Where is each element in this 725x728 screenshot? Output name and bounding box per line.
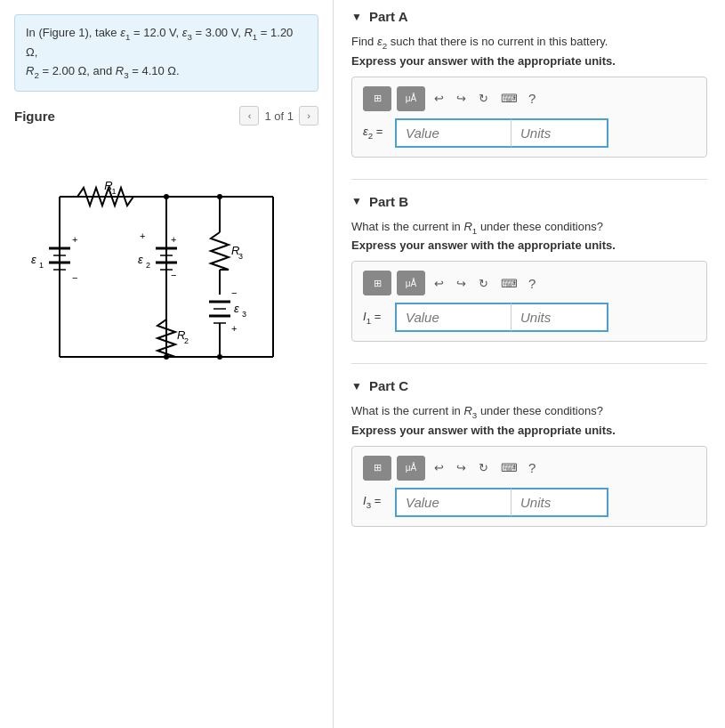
svg-text:+: + (231, 323, 237, 334)
svg-text:2: 2 (146, 261, 150, 270)
part-c-input-row: I3 = (363, 488, 696, 517)
figure-header: Figure ‹ 1 of 1 › (14, 106, 318, 125)
part-a-matrix-button[interactable]: ⊞ (363, 86, 391, 111)
left-panel: In (Figure 1), take ε1 = 12.0 V, ε3 = 3.… (0, 0, 334, 728)
part-c-units-input[interactable] (511, 488, 608, 517)
svg-text:1: 1 (111, 187, 116, 196)
part-b-units-input[interactable] (511, 303, 608, 332)
part-a-undo-icon[interactable]: ↩ (431, 90, 447, 107)
svg-point-41 (164, 194, 169, 199)
part-c-label: Part C (369, 378, 408, 393)
part-a-label: Part A (369, 9, 408, 24)
figure-next-button[interactable]: › (299, 106, 318, 125)
part-b-unit-button[interactable]: μÅ (397, 271, 425, 295)
svg-text:+: + (140, 231, 145, 241)
part-b-value-input[interactable] (395, 303, 511, 332)
part-b-header[interactable]: ▼ Part B (351, 194, 707, 209)
svg-text:−: − (231, 287, 237, 298)
part-b-matrix-button[interactable]: ⊞ (363, 271, 391, 295)
svg-text:−: − (171, 270, 176, 280)
part-c-undo-icon[interactable]: ↩ (431, 459, 447, 476)
part-a-question: Find ε2 such that there is no current in… (351, 35, 707, 51)
part-c-input-label: I3 = (363, 494, 390, 510)
divider-bc (351, 363, 707, 364)
part-c-matrix-button[interactable]: ⊞ (363, 456, 391, 481)
circuit-diagram: R 1 ε 2 + (14, 134, 318, 419)
svg-point-43 (217, 194, 222, 199)
part-b-section: ▼ Part B What is the current in R1 under… (351, 194, 707, 343)
part-b-help-icon[interactable]: ? (528, 276, 536, 291)
svg-text:2: 2 (184, 336, 189, 345)
figure-nav: ‹ 1 of 1 › (239, 106, 318, 125)
part-a-keyboard-icon[interactable]: ⌨ (497, 90, 521, 107)
figure-prev-button[interactable]: ‹ (239, 106, 259, 125)
part-a-instruction: Express your answer with the appropriate… (351, 54, 707, 68)
svg-point-44 (217, 354, 222, 360)
divider-ab (351, 179, 707, 180)
part-c-toolbar: ⊞ μÅ ↩ ↪ ↻ ⌨ ? (363, 456, 696, 481)
svg-text:3: 3 (238, 252, 243, 261)
part-b-label: Part B (369, 194, 408, 209)
part-c-section: ▼ Part C What is the current in R3 under… (351, 378, 707, 527)
part-a-redo-icon[interactable]: ↪ (453, 90, 470, 107)
right-panel: ▼ Part A Find ε2 such that there is no c… (334, 0, 725, 728)
svg-text:−: − (72, 272, 77, 283)
part-b-input-row: I1 = (363, 303, 696, 332)
part-b-collapse-arrow: ▼ (351, 195, 362, 207)
part-b-keyboard-icon[interactable]: ⌨ (497, 275, 521, 292)
part-b-answer-box: ⊞ μÅ ↩ ↪ ↻ ⌨ ? I1 = (351, 261, 707, 342)
part-b-redo-icon[interactable]: ↪ (453, 275, 470, 292)
svg-text:ε: ε (234, 302, 239, 315)
part-c-unit-button[interactable]: μÅ (397, 456, 425, 481)
part-a-input-label: ε2 = (363, 125, 390, 141)
part-a-help-icon[interactable]: ? (528, 91, 536, 106)
svg-point-42 (164, 354, 169, 360)
svg-text:3: 3 (242, 310, 246, 319)
svg-text:1: 1 (39, 261, 44, 270)
part-b-refresh-icon[interactable]: ↻ (475, 275, 492, 292)
part-c-help-icon[interactable]: ? (528, 460, 536, 475)
svg-text:ε: ε (138, 253, 143, 266)
part-c-instruction: Express your answer with the appropriate… (351, 424, 707, 437)
part-a-section: ▼ Part A Find ε2 such that there is no c… (351, 9, 707, 158)
figure-title: Figure (14, 109, 55, 124)
part-c-collapse-arrow: ▼ (351, 380, 362, 392)
part-a-input-row: ε2 = (363, 118, 696, 148)
part-a-unit-button[interactable]: μÅ (397, 86, 425, 111)
part-b-instruction: Express your answer with the appropriate… (351, 239, 707, 252)
part-a-collapse-arrow: ▼ (351, 11, 362, 23)
svg-text:+: + (171, 234, 176, 245)
part-c-question: What is the current in R3 under these co… (351, 404, 707, 420)
circuit-svg: R 1 ε 2 + (24, 143, 309, 410)
problem-statement: In (Figure 1), take ε1 = 12.0 V, ε3 = 3.… (14, 14, 318, 92)
part-a-header[interactable]: ▼ Part A (351, 9, 707, 24)
part-a-toolbar: ⊞ μÅ ↩ ↪ ↻ ⌨ ? (363, 86, 696, 111)
part-b-input-label: I1 = (363, 310, 390, 326)
part-b-question: What is the current in R1 under these co… (351, 220, 707, 236)
part-c-refresh-icon[interactable]: ↻ (475, 459, 492, 476)
part-c-header[interactable]: ▼ Part C (351, 378, 707, 393)
part-c-keyboard-icon[interactable]: ⌨ (497, 459, 521, 476)
part-a-answer-box: ⊞ μÅ ↩ ↪ ↻ ⌨ ? ε2 = (351, 77, 707, 158)
part-a-value-input[interactable] (395, 118, 511, 148)
part-b-toolbar: ⊞ μÅ ↩ ↪ ↻ ⌨ ? (363, 271, 696, 295)
svg-text:+: + (72, 234, 77, 245)
figure-page-indicator: 1 of 1 (264, 109, 294, 123)
part-a-refresh-icon[interactable]: ↻ (475, 90, 492, 107)
part-a-units-input[interactable] (511, 118, 608, 148)
part-c-value-input[interactable] (395, 488, 511, 517)
part-b-undo-icon[interactable]: ↩ (431, 275, 447, 292)
svg-text:ε: ε (31, 253, 36, 266)
part-c-redo-icon[interactable]: ↪ (453, 459, 470, 476)
part-c-answer-box: ⊞ μÅ ↩ ↪ ↻ ⌨ ? I3 = (351, 446, 707, 527)
